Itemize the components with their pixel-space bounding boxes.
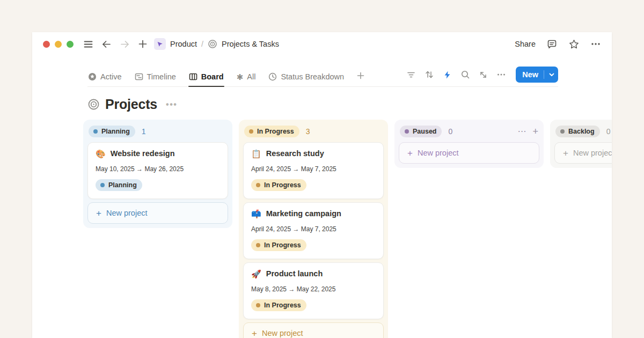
card-title-text: Research study (266, 149, 324, 158)
plus-icon: + (407, 149, 413, 158)
column-name: Paused (413, 128, 436, 135)
lightning-icon[interactable] (443, 70, 452, 79)
minimize-window-button[interactable] (55, 41, 62, 48)
tab-label: Board (201, 72, 224, 81)
new-project-label: New project (573, 149, 612, 157)
column-status-pill[interactable]: In Progress (244, 126, 299, 137)
mailbox-emoji: 📫 (251, 210, 261, 218)
tab-timeline[interactable]: Timeline (134, 70, 177, 86)
page-more-icon[interactable]: ••• (166, 100, 177, 109)
star-icon[interactable] (568, 39, 580, 50)
traffic-lights (43, 41, 74, 48)
forward-arrow-icon[interactable] (120, 39, 130, 49)
board-column-paused: Paused0⋯++New project (394, 120, 544, 168)
new-project-button[interactable]: +New project (399, 142, 539, 164)
window-titlebar: Product / Projects & Tasks Share (32, 32, 612, 56)
column-header-actions: ⋯+ (517, 127, 538, 136)
clock-icon (268, 72, 277, 81)
new-project-button[interactable]: +New project (87, 202, 228, 224)
card-status-pill: In Progress (251, 179, 306, 191)
search-icon[interactable] (460, 70, 470, 79)
asterisk-icon: ✱ (237, 73, 244, 81)
project-card[interactable]: 📋Research studyApril 24, 2025 → May 7, 2… (243, 142, 384, 199)
column-name: Backlog (568, 128, 595, 135)
status-dot-icon (560, 129, 565, 134)
expand-icon[interactable] (479, 70, 488, 79)
star-circle-icon (88, 72, 97, 81)
project-card[interactable]: 📫Marketing campaignApril 24, 2025 → May … (243, 202, 384, 259)
status-dot-icon (256, 183, 260, 187)
card-title-row: 📋Research study (251, 149, 376, 158)
tab-active[interactable]: Active (87, 70, 122, 86)
close-window-button[interactable] (43, 41, 50, 48)
column-more-icon[interactable]: ⋯ (517, 127, 526, 136)
status-dot-icon (93, 129, 98, 134)
column-header: In Progress3 (243, 125, 384, 138)
palette-emoji: 🎨 (96, 150, 106, 158)
zoom-window-button[interactable] (67, 41, 74, 48)
button-divider (544, 70, 544, 79)
card-status-pill: Planning (96, 179, 142, 191)
column-header: Backlog0 (554, 125, 612, 138)
card-title-row: 🚀Product launch (251, 269, 376, 278)
rocket-emoji: 🚀 (251, 270, 261, 278)
new-button-label: New (522, 70, 538, 79)
filter-icon[interactable] (406, 70, 416, 79)
card-status-label: In Progress (264, 181, 301, 189)
column-header: Planning1 (87, 125, 228, 138)
comment-icon[interactable] (546, 39, 558, 50)
view-tab-bar: Active Timeline Board ✱ All Status Break… (87, 67, 558, 87)
clipboard-emoji: 📋 (251, 150, 261, 158)
workspace-cursor-icon[interactable] (154, 38, 166, 50)
project-card[interactable]: 🚀Product launchMay 8, 2025 → May 22, 202… (243, 262, 384, 319)
tab-label: Status Breakdown (281, 72, 344, 81)
column-status-pill[interactable]: Planning (89, 126, 135, 137)
tab-label: All (247, 72, 255, 81)
chevron-down-icon[interactable] (547, 70, 556, 79)
column-count: 0 (606, 127, 611, 136)
board-column-backlog: Backlog0+New project (550, 120, 612, 168)
hamburger-icon[interactable] (83, 39, 93, 49)
new-project-button[interactable]: +New project (554, 142, 612, 164)
status-dot-icon (249, 129, 253, 134)
board-icon (189, 72, 197, 81)
new-project-label: New project (106, 209, 148, 217)
sort-icon[interactable] (425, 70, 434, 79)
card-status-pill: In Progress (251, 239, 306, 251)
target-icon (208, 39, 217, 49)
status-dot-icon (256, 243, 260, 247)
breadcrumb-page[interactable]: Projects & Tasks (222, 40, 279, 48)
column-name: Planning (101, 128, 130, 135)
project-card[interactable]: 🎨Website redesignMay 10, 2025 → May 26, … (87, 142, 228, 199)
breadcrumb-separator: / (201, 40, 203, 48)
back-arrow-icon[interactable] (101, 39, 112, 49)
timeline-icon (135, 72, 143, 81)
breadcrumb-workspace[interactable]: Product (170, 40, 197, 48)
new-project-button[interactable]: +New project (243, 322, 384, 338)
tab-status-breakdown[interactable]: Status Breakdown (268, 70, 345, 86)
card-title-row: 📫Marketing campaign (251, 209, 376, 218)
column-status-pill[interactable]: Backlog (555, 126, 600, 137)
more-icon[interactable] (590, 39, 601, 49)
card-title-row: 🎨Website redesign (96, 149, 220, 158)
tab-label: Active (100, 72, 122, 81)
page-title[interactable]: Projects (105, 97, 157, 112)
status-dot-icon (405, 129, 409, 134)
tab-all[interactable]: ✱ All (236, 70, 257, 86)
column-status-pill[interactable]: Paused (400, 126, 442, 137)
tab-label: Timeline (147, 72, 176, 81)
toolbar-more-icon[interactable] (496, 70, 506, 79)
card-title-text: Product launch (266, 269, 323, 278)
new-page-plus-icon[interactable] (138, 39, 148, 49)
plus-icon: + (96, 209, 101, 218)
new-button[interactable]: New (516, 67, 558, 83)
share-button[interactable]: Share (515, 40, 536, 48)
tab-board[interactable]: Board (188, 70, 224, 86)
column-count: 3 (306, 127, 310, 136)
card-date-range: May 8, 2025 → May 22, 2025 (251, 285, 376, 293)
plus-icon: + (563, 149, 568, 158)
add-view-icon[interactable] (356, 71, 365, 85)
status-dot-icon (100, 183, 105, 187)
column-add-icon[interactable]: + (532, 127, 538, 136)
status-dot-icon (256, 303, 260, 307)
